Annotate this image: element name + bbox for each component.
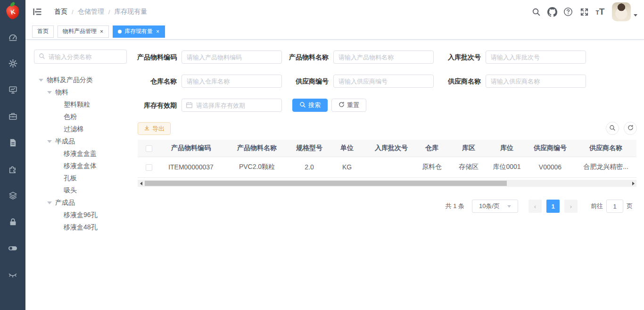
- tree-node-移液盒96孔[interactable]: 移液盒96孔: [25, 209, 136, 221]
- tree-node-移液盒48孔[interactable]: 移液盒48孔: [25, 221, 136, 234]
- tree-node-塑料颗粒[interactable]: 塑料颗粒: [25, 99, 136, 111]
- sidebar-item-dashboard[interactable]: [0, 24, 25, 50]
- user-avatar-menu[interactable]: [612, 2, 637, 21]
- tab-物料产品管理[interactable]: 物料产品管理×: [58, 25, 109, 38]
- tab-首页[interactable]: 首页: [32, 25, 54, 38]
- tree-node-产成品[interactable]: 产成品: [25, 197, 136, 209]
- tree-node-label: 移液盒盒盖: [64, 150, 97, 158]
- tree-node-孔板[interactable]: 孔板: [25, 172, 136, 184]
- reset-button-label: 重置: [347, 101, 359, 109]
- total-count-label: 共 1 条: [446, 202, 464, 210]
- app-logo[interactable]: K: [0, 0, 25, 24]
- page-size-select[interactable]: 10条/页: [472, 200, 518, 213]
- search-button[interactable]: 搜索: [292, 99, 328, 112]
- sidebar-collapse-icon[interactable]: [33, 8, 42, 16]
- select-all-checkbox[interactable]: [146, 145, 152, 152]
- tab-close-icon[interactable]: ×: [156, 29, 160, 34]
- input-供应商名称[interactable]: [486, 75, 586, 88]
- table-row[interactable]: ITEM00000037PVC2.0颗粒2.0KG原料仓存储区库位0001V00…: [138, 157, 636, 177]
- tree-node-label: 移液盒96孔: [64, 211, 98, 219]
- cell-入库批次号: [368, 157, 415, 177]
- field-label: 产品物料名称: [281, 50, 333, 64]
- sidebar-item-briefcase[interactable]: [0, 103, 25, 129]
- table-body: ITEM00000037PVC2.0颗粒2.0KG原料仓存储区库位0001V00…: [138, 157, 636, 177]
- category-search-box: [34, 50, 127, 64]
- row-checkbox[interactable]: [146, 164, 152, 171]
- toggle-search-button[interactable]: [606, 122, 619, 135]
- cell-规格型号: 2.0: [292, 157, 326, 177]
- tree-node-label: 移液盒盒体: [64, 162, 97, 170]
- font-size-icon[interactable]: TT: [592, 0, 608, 24]
- page-button-1[interactable]: 1: [546, 200, 560, 213]
- tree-node-半成品[interactable]: 半成品: [25, 135, 136, 148]
- search-icon: [609, 125, 616, 133]
- chevron-down-icon: [507, 205, 511, 208]
- horizontal-scrollbar[interactable]: [138, 180, 636, 187]
- search-icon[interactable]: [528, 0, 544, 24]
- sidebar-item-puzzle[interactable]: [0, 156, 25, 182]
- tree-node-过滤棉[interactable]: 过滤棉: [25, 123, 136, 135]
- tree-node-吸头[interactable]: 吸头: [25, 184, 136, 197]
- tab-close-icon[interactable]: ×: [99, 29, 104, 34]
- pagination: 共 1 条 10条/页 ‹ 1 › 前往 页: [446, 200, 633, 213]
- fullscreen-icon[interactable]: [576, 0, 592, 24]
- github-icon[interactable]: [544, 0, 560, 24]
- scrollbar-thumb[interactable]: [145, 181, 507, 186]
- field-label: 库存有效期: [129, 99, 182, 112]
- sidebar-item-lock[interactable]: [0, 209, 25, 235]
- caret-down-icon[interactable]: [39, 79, 43, 82]
- input-产品物料名称[interactable]: [333, 50, 434, 64]
- tab-label: 库存现有量: [124, 27, 153, 35]
- tab-库存现有量[interactable]: 库存现有量×: [113, 25, 165, 38]
- field-label: 供应商名称: [433, 75, 486, 88]
- category-search-input[interactable]: [49, 53, 122, 60]
- reset-button[interactable]: 重置: [331, 99, 366, 112]
- export-button-label: 导出: [152, 125, 165, 133]
- sidebar-item-toggle[interactable]: [0, 235, 25, 261]
- input-入库批次号[interactable]: [486, 50, 586, 64]
- breadcrumb-item: 库存现有量: [114, 8, 147, 16]
- tree-node-色粉[interactable]: 色粉: [25, 111, 136, 123]
- tree-node-移液盒盒盖[interactable]: 移液盒盒盖: [25, 148, 136, 160]
- filter-field-入库批次号: 入库批次号: [433, 50, 586, 64]
- column-header-入库批次号: 入库批次号: [368, 140, 415, 157]
- input-供应商编号[interactable]: [333, 75, 434, 88]
- tree-node-物料及产品分类[interactable]: 物料及产品分类: [25, 74, 136, 86]
- refresh-icon: [339, 101, 345, 109]
- filter-field-产品物料名称: 产品物料名称: [281, 50, 434, 64]
- tree-node-label: 过滤棉: [64, 125, 83, 134]
- refresh-table-button[interactable]: [624, 122, 637, 135]
- breadcrumb-item[interactable]: 首页: [54, 8, 67, 16]
- next-page-button[interactable]: ›: [564, 200, 578, 213]
- scroll-left-arrow-icon[interactable]: [138, 180, 144, 187]
- input-产品物料编码[interactable]: [182, 50, 282, 64]
- sidebar-item-eye-closed[interactable]: [0, 261, 25, 288]
- question-icon[interactable]: [560, 0, 576, 24]
- header-actions: TT: [528, 0, 637, 24]
- tree-node-物料[interactable]: 物料: [25, 86, 136, 99]
- sidebar-item-layers[interactable]: [0, 182, 25, 209]
- export-button[interactable]: 导出: [138, 122, 171, 135]
- sidebar-item-monitor[interactable]: [0, 76, 25, 103]
- date-input-库存有效期[interactable]: [182, 99, 282, 112]
- sidebar-item-document[interactable]: [0, 129, 25, 156]
- column-header-仓库: 仓库: [415, 140, 449, 157]
- column-header-产品物料名称: 产品物料名称: [222, 140, 292, 157]
- sidebar-item-gear[interactable]: [0, 50, 25, 76]
- prev-page-button[interactable]: ‹: [528, 200, 542, 213]
- tab-label: 首页: [37, 27, 49, 35]
- caret-down-icon[interactable]: [47, 140, 52, 143]
- caret-down-icon[interactable]: [47, 201, 52, 204]
- strawberry-logo-icon: K: [5, 4, 20, 20]
- breadcrumb-separator: /: [108, 8, 110, 16]
- field-label: 入库批次号: [433, 50, 486, 64]
- tree-node-移液盒盒体[interactable]: 移液盒盒体: [25, 160, 136, 172]
- caret-down-icon: [634, 14, 637, 17]
- goto-page-input[interactable]: [606, 200, 623, 213]
- scroll-right-arrow-icon[interactable]: [630, 180, 636, 187]
- app-sidebar: K: [0, 0, 25, 310]
- column-header-供应商编号: 供应商编号: [525, 140, 575, 157]
- caret-down-icon[interactable]: [47, 91, 52, 94]
- avatar[interactable]: [612, 2, 631, 21]
- input-仓库名称[interactable]: [182, 75, 282, 88]
